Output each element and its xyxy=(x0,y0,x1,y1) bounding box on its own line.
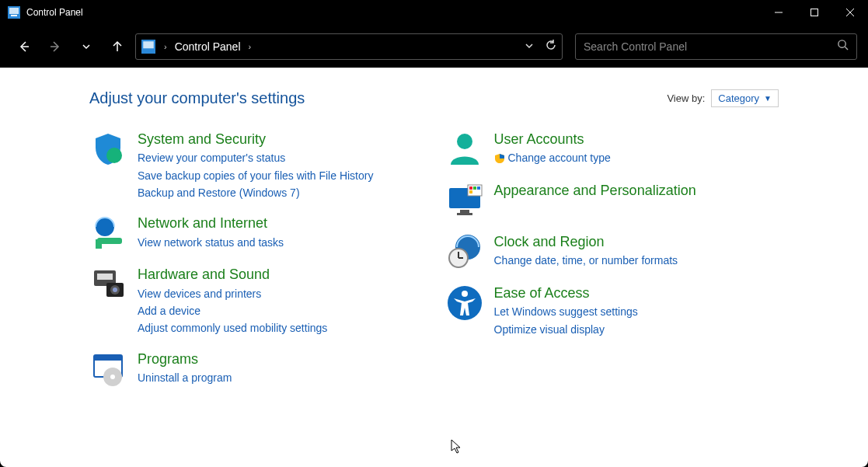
category-column-right: User Accounts Change account type Appear… xyxy=(446,131,779,388)
category-title[interactable]: System and Security xyxy=(138,131,373,148)
close-button[interactable] xyxy=(832,0,868,25)
forward-button[interactable] xyxy=(42,33,68,60)
navbar: › Control Panel › xyxy=(0,25,868,68)
svg-rect-32 xyxy=(469,186,472,190)
svg-rect-34 xyxy=(477,186,480,190)
breadcrumb-chevron-icon[interactable]: › xyxy=(161,42,170,51)
svg-point-12 xyxy=(838,40,845,47)
category-link[interactable]: View network status and tasks xyxy=(138,235,284,250)
clock-globe-icon xyxy=(446,233,483,270)
category-title[interactable]: User Accounts xyxy=(494,131,611,148)
content-area: Adjust your computer's settings View by:… xyxy=(0,68,868,467)
category-link[interactable]: Save backup copies of your files with Fi… xyxy=(138,168,373,183)
svg-point-14 xyxy=(106,148,122,163)
search-icon[interactable] xyxy=(837,39,849,54)
category-title[interactable]: Hardware and Sound xyxy=(138,266,327,284)
monitor-personalization-icon xyxy=(446,182,483,219)
svg-rect-2 xyxy=(11,15,17,16)
svg-line-13 xyxy=(845,47,848,50)
category-link[interactable]: Uninstall a program xyxy=(138,370,232,385)
viewby-value: Category xyxy=(718,92,759,104)
category-column-left: System and Security Review your computer… xyxy=(89,131,423,388)
svg-rect-11 xyxy=(143,41,154,48)
address-dropdown-button[interactable] xyxy=(525,40,534,53)
category-link[interactable]: Adjust commonly used mobility settings xyxy=(138,320,327,336)
refresh-button[interactable] xyxy=(545,39,557,54)
up-button[interactable] xyxy=(104,33,131,60)
category-link[interactable]: View devices and printers xyxy=(138,286,327,301)
programs-disc-icon xyxy=(89,350,127,388)
accessibility-icon xyxy=(446,284,483,322)
address-bar[interactable]: › Control Panel › xyxy=(135,33,563,60)
page-title: Adjust your computer's settings xyxy=(89,89,667,107)
category-programs: Programs Uninstall a program xyxy=(89,350,423,388)
shield-icon xyxy=(89,131,127,168)
category-link[interactable]: Backup and Restore (Windows 7) xyxy=(138,185,373,200)
minimize-button[interactable] xyxy=(761,0,797,25)
chevron-down-icon: ▼ xyxy=(764,94,772,103)
control-panel-icon xyxy=(141,39,156,54)
category-ease-of-access: Ease of Access Let Windows suggest setti… xyxy=(446,284,779,337)
category-user-accounts: User Accounts Change account type xyxy=(446,131,779,168)
svg-point-27 xyxy=(457,134,472,149)
svg-rect-29 xyxy=(460,210,469,213)
category-hardware: Hardware and Sound View devices and prin… xyxy=(89,266,423,336)
svg-point-41 xyxy=(462,291,468,297)
category-link[interactable]: Let Windows suggest settings xyxy=(494,304,638,319)
svg-rect-1 xyxy=(9,8,19,14)
svg-rect-33 xyxy=(473,186,476,190)
viewby-label: View by: xyxy=(667,92,705,104)
globe-network-icon xyxy=(89,214,127,252)
breadcrumb-item[interactable]: Control Panel xyxy=(175,40,241,53)
category-link[interactable]: Change date, time, or number formats xyxy=(494,253,678,268)
window-title: Control Panel xyxy=(26,7,761,18)
svg-rect-35 xyxy=(469,190,472,193)
category-title[interactable]: Clock and Region xyxy=(494,233,678,251)
svg-rect-17 xyxy=(96,239,102,249)
maximize-button[interactable] xyxy=(797,0,832,25)
search-box[interactable] xyxy=(575,33,857,60)
user-icon xyxy=(446,131,483,168)
titlebar: Control Panel xyxy=(0,0,868,25)
mouse-cursor-icon xyxy=(451,439,463,458)
svg-point-26 xyxy=(110,375,115,379)
svg-rect-30 xyxy=(457,213,472,215)
svg-rect-4 xyxy=(811,9,818,16)
category-appearance: Appearance and Personalization xyxy=(446,182,779,219)
search-input[interactable] xyxy=(584,40,837,53)
breadcrumb-chevron-icon[interactable]: › xyxy=(246,42,255,51)
printer-camera-icon xyxy=(89,266,127,303)
category-title[interactable]: Programs xyxy=(138,350,232,368)
window-controls xyxy=(761,0,868,25)
category-link[interactable]: Optimize visual display xyxy=(494,322,638,337)
svg-point-22 xyxy=(113,288,117,292)
category-clock-region: Clock and Region Change date, time, or n… xyxy=(446,233,779,270)
category-system-security: System and Security Review your computer… xyxy=(89,131,423,200)
category-link[interactable]: Review your computer's status xyxy=(138,150,373,166)
svg-rect-19 xyxy=(97,274,113,280)
category-title[interactable]: Network and Internet xyxy=(138,214,284,232)
category-network: Network and Internet View network status… xyxy=(89,214,423,252)
svg-rect-24 xyxy=(94,355,122,361)
control-panel-icon xyxy=(8,6,20,19)
category-title[interactable]: Ease of Access xyxy=(494,284,638,302)
recent-dropdown-button[interactable] xyxy=(73,33,99,60)
viewby-dropdown[interactable]: Category ▼ xyxy=(711,89,779,107)
category-link[interactable]: Add a device xyxy=(138,303,327,319)
back-button[interactable] xyxy=(11,33,37,60)
category-link[interactable]: Change account type xyxy=(494,150,611,166)
uac-shield-icon xyxy=(494,153,505,164)
category-title[interactable]: Appearance and Personalization xyxy=(494,182,696,200)
